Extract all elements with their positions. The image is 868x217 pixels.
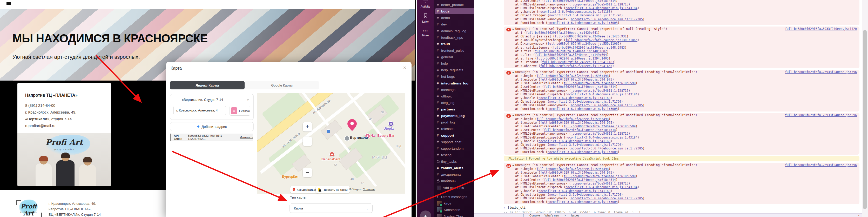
locate-arrow-icon[interactable]: ➤ [246,97,251,102]
stack-source-link[interactable]: noconflict-3.6.4+debounce.min.js:1:41168 [538,189,611,193]
stack-source-link[interactable]: _components.js?bde54611:1:128715 [571,89,629,92]
drag-handle-icon[interactable] [174,99,176,102]
color-swatch[interactable]: ▤ [231,107,237,114]
channel-item-help[interactable]: #help [434,60,474,67]
stack-source-link[interactable]: noconflict-3.6.4+debounce.min.js:1:43184 [565,185,638,189]
channel-item-prod_log[interactable]: #prod_log [434,119,474,126]
stack-source-link[interactable]: noconflict-3.6.4+debounce.min.js:1:3003 [548,150,618,154]
stack-source-link[interactable]: noconflict-3.6.4+debounce.min.js:1:41168 [538,10,611,13]
channel-item-domain_reg_log[interactable]: #domain_reg_log [434,28,474,34]
channel-item-dev[interactable]: #dev [434,21,474,28]
address-input[interactable] [174,106,226,115]
stack-source-link[interactable]: full-bd680c0f629f6fa…3f240eee.js:596:498 [537,117,609,121]
status-whats-new[interactable]: What's new [545,214,559,217]
channel-item-help_requests[interactable]: #help_requests [434,67,474,73]
directions-button[interactable]: Как добраться [290,186,319,193]
channel-item-дисциплина[interactable]: #дисциплина [434,171,474,178]
channel-item-meetings[interactable]: #meetings [434,86,474,93]
add-channels-button[interactable]: + Add channels [434,185,474,191]
stack-source-link[interactable]: full-bd680c0f629f6fa…f240eee.js:618:6599 [564,125,636,128]
stack-source-link[interactable]: noconflict-3.6.4+debounce.min.js:1:72385 [571,18,643,21]
close-icon[interactable]: ✕ [564,214,566,217]
stack-source-link[interactable]: full-bd680c0f629f6fa…240eee.js:1394:1183 [542,60,614,64]
stack-source-link[interactable]: full-bd680c0f629f6fa…240eee.js:1308:1863 [565,38,638,42]
close-icon[interactable]: × [403,64,406,71]
channel-item-zabbix_alerts[interactable]: #zabbix_alerts [434,165,474,171]
dm-item-kirov[interactable]: kirov [434,200,474,207]
stack-source-link[interactable]: noconflict-3.6.4+debounce.min.js:1:71790 [550,193,621,196]
stack-source-link[interactable]: noconflict-3.6.4+debounce.min.js:1:71790 [550,143,621,146]
channel-item-integrations_log[interactable]: #integrations_log [434,80,474,86]
expand-triangle-icon[interactable]: ▶ [513,164,514,167]
stack-source-link[interactable]: full-bd680c0f629f6fa…3f240eee.js:596:498 [537,167,609,171]
stack-source-link[interactable]: noconflict-3.6.4+debounce.min.js:1:43184 [565,92,638,96]
channel-item-better_product[interactable]: #better_product [434,2,474,8]
rail-activity[interactable]: Activity [417,0,434,8]
stack-source-link[interactable]: _components.js?bde54611:1:128715 [571,3,629,6]
source-link[interactable]: full-bd680c0f629f6fa…26933f240eee.js:596 [785,163,857,167]
scrollbar-thumb[interactable] [863,30,867,209]
add-workspace-button[interactable]: + [420,211,431,217]
kebab-menu-icon[interactable]: ⋮ [522,214,525,217]
zoom-out-button[interactable]: − [303,168,312,177]
stack-source-link[interactable]: noconflict-3.6.4+debounce.min.js:1:71790 [550,13,621,17]
channel-item-partners[interactable]: #partners [434,106,474,112]
channel-item-support_chat[interactable]: #support_chat [434,139,474,145]
stack-source-link[interactable]: full-bd680c0f629f6fa…3f240eee.js:594:975 [540,171,612,174]
channel-item-offtopic[interactable]: #offtopic [434,93,474,100]
rail-later[interactable]: Later [417,13,434,23]
stack-source-link[interactable]: full-bd680c0f629f6fa…240eee.js:1394:1405 [537,57,609,60]
stack-source-link[interactable]: noconflict-3.6.4+debounce.min.js:1:43184 [565,6,638,10]
expand-triangle-icon[interactable]: ▶ [513,71,514,74]
expand-triangle-icon[interactable]: ▶ [513,114,514,117]
stack-source-link[interactable]: noconflict-3.6.4+debounce.min.js:1:3003 [548,200,618,204]
channel-item-шаблоны[interactable]: шаблоны [434,178,474,184]
expand-triangle-icon[interactable]: ▶ [513,28,514,30]
channel-item-bugs[interactable]: #bugs [434,8,474,15]
channel-item-hot-bugs[interactable]: #hot-bugs [434,73,474,80]
stack-source-link[interactable]: full-bd680c0f629f6fa…3f240eee.js:596:498 [537,74,609,78]
stack-source-link[interactable]: full-bd680c0f629f6fa…f240eee.js:618:4514 [544,0,616,3]
stack-source-link[interactable]: full-bd680c0f629f6fa…f240eee.js:1420:931 [555,34,626,38]
channel-item-oleg_log[interactable]: #oleg_log [434,100,474,106]
dm-item-Nastya Chor[interactable]: Nastya Chor [434,213,474,217]
channel-item-tiny_tasks[interactable]: tiny_tasks [434,158,474,165]
zoom-in-button[interactable]: + [303,122,312,132]
tab-yandex-maps[interactable]: Яндекс Карты [170,81,245,89]
channel-item-testing[interactable]: #testing [434,152,474,158]
source-link[interactable]: full-bd680c0f629f6fa…26933f240eee.js:596 [785,70,857,74]
taxi-button[interactable]: Доехать на такси [316,186,350,193]
pin-color-field[interactable]: ▤ F088AD [229,106,250,116]
stack-source-link[interactable]: _components.js?bde54611:1:128715 [571,182,629,185]
stack-source-link[interactable]: full-bd680c0f629f6fa…240eee.js:559:11063 [548,42,620,46]
contact-email[interactable]: ruprofiart@mail.ru [25,124,55,128]
channel-item-fraud[interactable]: #fraud [434,41,474,47]
dm-header[interactable]: ▾ Direct messages [434,194,474,200]
dm-item-Konstantin[interactable]: Konstantin [434,207,474,213]
stack-source-link[interactable]: full-bd680c0f629f6fa…3f240eee.js:594:975 [540,78,612,81]
rail-more[interactable]: ••• More [417,29,434,37]
stack-source-link[interactable]: full-bd680c0f629f6fa…3f240eee.js:594:975 [540,121,612,125]
stack-source-link[interactable]: noconflict-3.6.4+debounce.min.js:1:3003 [548,21,618,25]
channel-item-support[interactable]: #support [434,132,474,139]
stack-source-link[interactable]: full-bd680c0f629f6fa…f240eee.js:618:6599 [564,81,636,85]
tab-google-maps[interactable]: Google Карты [245,81,319,89]
stack-source-link[interactable]: full-bd680c0f629f6fa…f240eee.js:1420:641 [526,31,598,34]
stack-source-link[interactable]: full-bd680c0f629f6fa…f240eee.js:1394:435 [540,64,612,68]
stack-source-link[interactable]: noconflict-3.6.4+debounce.min.js:1:3003 [548,107,618,111]
stack-source-link[interactable]: full-bd680c0f629f6fa…f240eee.js:618:4514 [544,178,616,182]
stack-source-link[interactable]: full-bd680c0f629f6fa…f240eee.js:148:2983 [553,46,625,49]
stack-source-link[interactable]: _components.js?bde54611:1:128715 [571,132,629,135]
terms-link[interactable]: Условия [363,188,375,191]
channel-item-payments_log[interactable]: #payments_log [434,112,474,119]
contact-phone[interactable]: 8 (391) 214-84-00 [25,103,55,108]
console-input-echo[interactable]: ›flexbe_cli [504,206,860,210]
stack-source-link[interactable]: full-bd680c0f629f6fa…f240eee.js:148:1002 [535,49,607,53]
stack-source-link[interactable]: noconflict-3.6.4+debounce.min.js:1:72385 [571,146,643,150]
scroll-down-icon[interactable]: ⌄ [857,213,860,216]
channel-item-feedback_nps[interactable]: #feedback_nps [434,34,474,41]
channel-item-frontend_pulse[interactable]: #frontend_pulse [434,47,474,54]
map-type-select[interactable]: Карта ⌄ [289,204,373,213]
stack-source-link[interactable]: full-bd680c0f629f6fa…f240eee.js:618:4514 [544,85,616,89]
map-preview[interactable]: ул. Алексееваул. Алексеева39435332404239… [257,93,405,194]
